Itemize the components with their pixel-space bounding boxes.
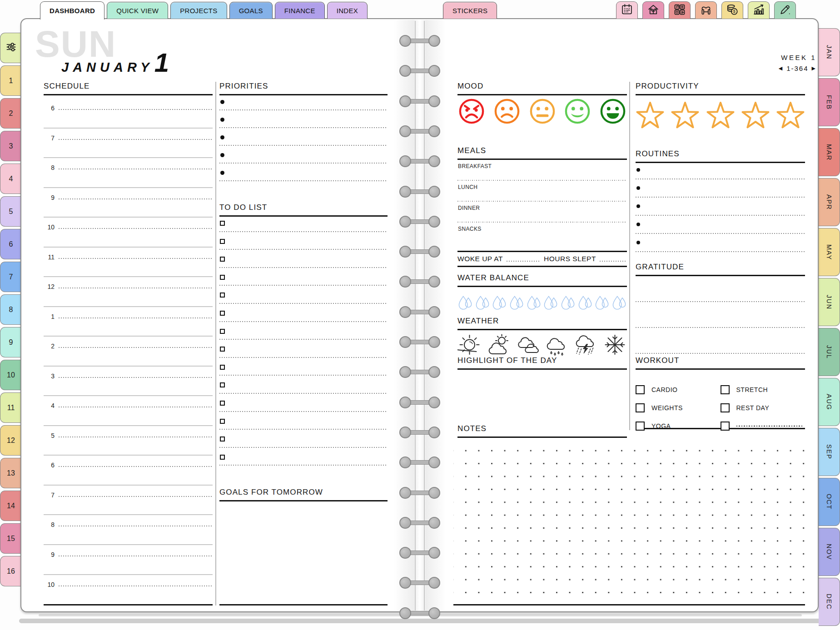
- water-drop-icon[interactable]: [526, 293, 542, 313]
- todo-checkbox[interactable]: [220, 382, 225, 387]
- tab-month-oct[interactable]: OCT: [819, 478, 840, 526]
- productivity-star-5[interactable]: [776, 102, 805, 131]
- tab-month-feb[interactable]: FEB: [819, 78, 840, 126]
- storm-cloud-icon[interactable]: [574, 334, 598, 357]
- rain-cloud-icon[interactable]: [545, 334, 569, 357]
- tab-day-2[interactable]: 2: [0, 98, 21, 129]
- next-day-button[interactable]: ▶: [812, 65, 816, 71]
- tab-month-jun[interactable]: JUN: [819, 278, 840, 326]
- schedule-input-line[interactable]: [59, 496, 213, 497]
- schedule-input-line[interactable]: [59, 347, 213, 348]
- tab-media-apps-icon[interactable]: [669, 1, 691, 19]
- todo-checkbox[interactable]: [220, 275, 225, 280]
- schedule-input-line[interactable]: [59, 198, 213, 199]
- woke-up-input[interactable]: [507, 261, 539, 262]
- todo-input-line[interactable]: [219, 465, 388, 466]
- tab-day-13[interactable]: 13: [0, 458, 21, 488]
- priority-input-line[interactable]: [219, 145, 388, 146]
- productivity-star-2[interactable]: [671, 102, 700, 131]
- todo-checkbox[interactable]: [220, 257, 225, 262]
- workout-checkbox-rest-day[interactable]: [721, 403, 730, 412]
- water-drop-icon[interactable]: [577, 293, 593, 313]
- routine-input-line[interactable]: [636, 233, 805, 234]
- mood-very-happy-icon[interactable]: [600, 98, 626, 126]
- tab-day-8[interactable]: 8: [0, 294, 21, 325]
- todo-checkbox[interactable]: [220, 311, 225, 316]
- priority-input-line[interactable]: [219, 163, 388, 164]
- prev-day-button[interactable]: ◀: [779, 65, 783, 71]
- schedule-input-line[interactable]: [59, 407, 213, 407]
- schedule-input-line[interactable]: [59, 317, 213, 318]
- tab-pencil-icon[interactable]: [774, 1, 796, 19]
- workout-checkbox-stretch[interactable]: [721, 385, 730, 394]
- tab-money-icon[interactable]: $: [721, 1, 743, 19]
- tab-day-4[interactable]: 4: [0, 164, 21, 194]
- schedule-input-line[interactable]: [59, 377, 213, 378]
- schedule-input-line[interactable]: [59, 258, 213, 259]
- tab-finance[interactable]: FINANCE: [275, 2, 325, 19]
- todo-checkbox[interactable]: [220, 221, 225, 226]
- tab-dashboard[interactable]: DASHBOARD: [40, 1, 104, 20]
- todo-input-line[interactable]: [219, 357, 388, 358]
- tab-day-3[interactable]: 3: [0, 131, 21, 161]
- routine-input-line[interactable]: [636, 215, 805, 216]
- water-drop-icon[interactable]: [457, 293, 473, 313]
- tab-index[interactable]: INDEX: [327, 2, 368, 19]
- schedule-input-line[interactable]: [59, 169, 213, 169]
- todo-input-line[interactable]: [219, 393, 388, 394]
- mood-sad-icon[interactable]: [494, 98, 520, 126]
- todo-input-line[interactable]: [219, 447, 388, 448]
- todo-checkbox[interactable]: [220, 293, 225, 298]
- todo-input-line[interactable]: [219, 339, 388, 340]
- tab-month-jul[interactable]: JUL: [819, 328, 840, 376]
- tab-fitness-icon[interactable]: [695, 1, 717, 19]
- goals-tomorrow-section[interactable]: GOALS FOR TOMORROW: [219, 488, 388, 605]
- tab-month-sep[interactable]: SEP: [819, 428, 840, 476]
- todo-input-line[interactable]: [219, 303, 388, 304]
- todo-input-line[interactable]: [219, 231, 388, 232]
- tab-month-dec[interactable]: DEC: [819, 578, 840, 626]
- productivity-star-3[interactable]: [706, 102, 735, 131]
- schedule-input-line[interactable]: [59, 437, 213, 437]
- water-drop-icon[interactable]: [475, 293, 490, 313]
- tab-calendar-icon[interactable]: [616, 1, 638, 19]
- workout-checkbox-yoga[interactable]: [636, 422, 645, 431]
- tab-day-14[interactable]: 14: [0, 491, 21, 521]
- tab-month-nov[interactable]: NOV: [819, 528, 840, 576]
- tab-day-6[interactable]: 6: [0, 229, 21, 259]
- tab-chart-icon[interactable]: [748, 1, 770, 19]
- todo-checkbox[interactable]: [220, 401, 225, 406]
- routine-input-line[interactable]: [636, 251, 805, 252]
- workout-fill-in-line[interactable]: [736, 426, 804, 427]
- tab-day-5[interactable]: 5: [0, 196, 21, 227]
- mood-angry-icon[interactable]: [458, 98, 485, 126]
- todo-input-line[interactable]: [219, 429, 388, 430]
- tab-day-11[interactable]: 11: [0, 392, 21, 423]
- todo-checkbox[interactable]: [220, 329, 225, 334]
- schedule-input-line[interactable]: [59, 109, 213, 110]
- tab-day-15[interactable]: 15: [0, 523, 21, 554]
- todo-checkbox[interactable]: [220, 455, 225, 460]
- workout-checkbox-cardio[interactable]: [636, 385, 645, 394]
- tab-day-12[interactable]: 12: [0, 425, 21, 456]
- highlight-input-area[interactable]: [457, 370, 627, 422]
- tab-day-10[interactable]: 10: [0, 360, 21, 390]
- tab-month-jan[interactable]: JAN: [819, 28, 840, 76]
- tab-day-1[interactable]: 1: [0, 65, 21, 96]
- todo-input-line[interactable]: [219, 285, 388, 286]
- productivity-star-4[interactable]: [741, 102, 770, 131]
- schedule-input-line[interactable]: [59, 466, 213, 467]
- schedule-input-line[interactable]: [59, 288, 213, 288]
- tab-month-aug[interactable]: AUG: [819, 378, 840, 426]
- mood-neutral-icon[interactable]: [529, 98, 556, 126]
- water-drop-icon[interactable]: [594, 293, 610, 313]
- schedule-input-line[interactable]: [59, 585, 213, 586]
- todo-input-line[interactable]: [219, 411, 388, 412]
- tab-month-apr[interactable]: APR: [819, 178, 840, 226]
- water-drop-icon[interactable]: [611, 293, 627, 313]
- tab-day-7[interactable]: 7: [0, 262, 21, 292]
- tab-projects[interactable]: PROJECTS: [170, 2, 227, 19]
- gratitude-input-line[interactable]: [636, 353, 805, 354]
- water-drop-icon[interactable]: [560, 293, 576, 313]
- sun-cloud-icon[interactable]: [487, 334, 511, 357]
